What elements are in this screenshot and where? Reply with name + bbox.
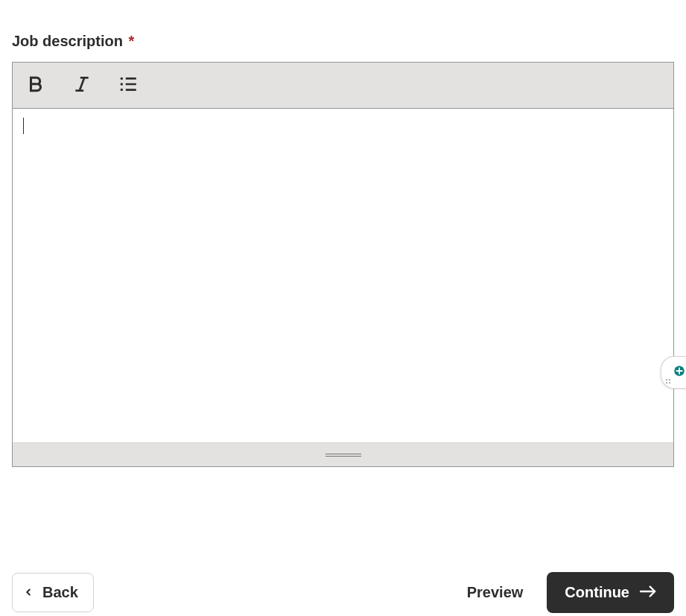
drag-dots-icon	[666, 379, 670, 384]
continue-button-label: Continue	[565, 584, 629, 601]
svg-rect-6	[126, 83, 136, 86]
svg-line-2	[80, 77, 85, 90]
svg-point-7	[121, 89, 123, 91]
arrow-right-icon	[640, 584, 656, 601]
editor-textarea[interactable]	[13, 109, 673, 442]
italic-button[interactable]	[68, 72, 96, 99]
field-label-text: Job description	[12, 33, 123, 49]
italic-icon	[72, 74, 92, 96]
rich-text-editor	[12, 62, 674, 467]
back-button-label: Back	[42, 584, 78, 601]
svg-rect-8	[126, 89, 136, 91]
footer-actions: Back Preview Continue	[0, 572, 686, 616]
preview-button[interactable]: Preview	[467, 584, 524, 601]
svg-rect-4	[126, 77, 136, 80]
right-actions: Preview Continue	[467, 572, 674, 613]
chevron-left-icon	[23, 584, 34, 601]
required-asterisk: *	[128, 33, 134, 49]
bullet-list-button[interactable]	[114, 72, 142, 99]
help-widget[interactable]	[661, 356, 686, 389]
svg-point-5	[121, 83, 123, 85]
editor-toolbar	[13, 63, 673, 109]
bold-button[interactable]	[22, 72, 50, 99]
back-button[interactable]: Back	[12, 573, 94, 612]
resize-handle[interactable]	[325, 454, 361, 457]
bullet-list-icon	[118, 74, 138, 96]
help-badge-icon	[673, 364, 686, 378]
bold-icon	[26, 74, 45, 96]
text-cursor	[23, 118, 24, 134]
field-label: Job description *	[12, 33, 674, 50]
preview-label: Preview	[467, 584, 524, 600]
continue-button[interactable]: Continue	[547, 572, 674, 613]
svg-point-3	[121, 77, 123, 80]
resize-bar	[13, 442, 673, 466]
